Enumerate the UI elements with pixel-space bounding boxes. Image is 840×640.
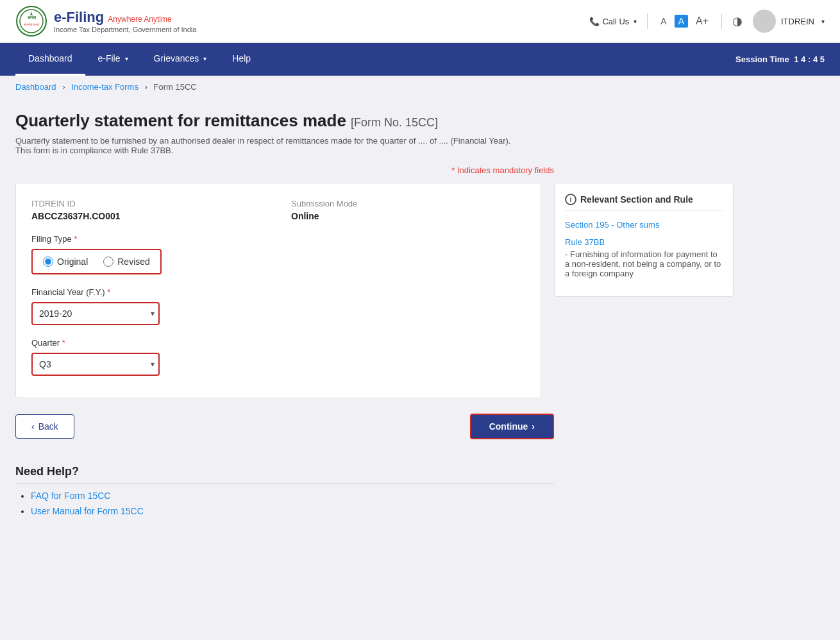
quarter-select[interactable]: Q1 Q2 Q3 Q4	[31, 353, 160, 376]
top-header: भारत सत्यमेव जयते e-Filing Anywhere Anyt…	[0, 0, 840, 43]
font-large-button[interactable]: A+	[693, 14, 711, 28]
nav-item-help[interactable]: Help	[219, 43, 264, 76]
rule-37bb-label: Rule 37BB	[565, 237, 605, 247]
nav-items: Dashboard e-File ▾ Grievances ▾ Help	[15, 43, 264, 76]
session-time: Session Time 1 4 : 4 5	[735, 55, 825, 64]
back-button[interactable]: ‹ Back	[15, 414, 74, 439]
call-us-button[interactable]: 📞 Call Us ▾	[589, 17, 637, 26]
divider-2	[721, 13, 722, 29]
logo-efiling: e-Filing Anywhere Anytime	[54, 9, 196, 26]
rule-37bb-text: - Furnishing of information for payment …	[565, 249, 723, 278]
help-links: FAQ for Form 15CC User Manual for Form 1…	[15, 491, 554, 516]
font-medium-button[interactable]: A	[675, 15, 688, 28]
form-row-1: ITDREIN ID ABCCZ3637H.CO001 Submission M…	[31, 199, 525, 221]
submission-mode-label: Submission Mode	[291, 199, 525, 208]
back-chevron-icon: ‹	[31, 421, 35, 432]
breadcrumb-dashboard[interactable]: Dashboard	[15, 82, 56, 92]
breadcrumb-form15cc: Form 15CC	[154, 82, 197, 92]
filing-type-original[interactable]: Original	[43, 257, 88, 267]
user-name-label: ITDREIN	[781, 17, 814, 26]
breadcrumb-sep-2: ›	[145, 82, 147, 92]
svg-text:सत्यमेव जयते: सत्यमेव जयते	[23, 22, 39, 26]
quarter-required: *	[62, 338, 65, 348]
mandatory-note: * Indicates mandatory fields	[15, 165, 554, 175]
financial-year-section: Financial Year (F.Y.) * 2019-20 2018-19 …	[31, 287, 525, 325]
back-label: Back	[38, 421, 58, 432]
info-box-title-text: Relevant Section and Rule	[580, 194, 693, 205]
action-row: ‹ Back Continue ›	[15, 414, 554, 439]
nav-item-grievances[interactable]: Grievances ▾	[141, 43, 220, 76]
filing-type-revised-radio[interactable]	[103, 257, 113, 267]
user-manual-link[interactable]: User Manual for Form 15CC	[31, 506, 144, 516]
session-time-label: Session Time	[735, 55, 789, 64]
filing-type-group: Original Revised	[31, 249, 162, 274]
user-avatar	[753, 10, 776, 33]
user-dropdown-icon: ▾	[821, 18, 825, 25]
logo-tagline: Anywhere Anytime	[108, 15, 171, 24]
form-area: ITDREIN ID ABCCZ3637H.CO001 Submission M…	[15, 183, 825, 398]
main-content: Quarterly statement for remittances made…	[0, 98, 840, 534]
filing-type-revised[interactable]: Revised	[103, 257, 150, 267]
svg-text:भारत: भारत	[28, 15, 37, 20]
continue-button[interactable]: Continue ›	[470, 414, 554, 439]
filing-type-required: *	[74, 234, 77, 244]
mandatory-text: Indicates mandatory fields	[457, 165, 554, 175]
filing-type-section: Filing Type * Original Revised	[31, 234, 525, 287]
emblem-icon: भारत सत्यमेव जयते	[15, 5, 47, 37]
filing-type-revised-label: Revised	[117, 257, 150, 267]
financial-year-required: *	[107, 287, 110, 297]
quarter-label-text: Quarter	[31, 338, 60, 348]
quarter-label: Quarter *	[31, 338, 525, 348]
itdrein-value: ABCCZ3637H.CO001	[31, 211, 265, 221]
breadcrumb-income-tax-forms[interactable]: Income-tax Forms	[71, 82, 139, 92]
page-title: Quarterly statement for remittances made…	[15, 111, 825, 131]
form-card: ITDREIN ID ABCCZ3637H.CO001 Submission M…	[15, 183, 541, 398]
user-area[interactable]: ITDREIN ▾	[753, 10, 825, 33]
logo-subtitle: Income Tax Department, Government of Ind…	[54, 26, 196, 33]
logo-area: भारत सत्यमेव जयते e-Filing Anywhere Anyt…	[15, 5, 196, 37]
section-195-link[interactable]: Section 195 - Other sums	[565, 220, 723, 230]
rule-37bb-link[interactable]: Rule 37BB	[565, 237, 723, 247]
info-box: i Relevant Section and Rule Section 195 …	[554, 183, 734, 297]
font-controls: A A A+	[658, 14, 711, 28]
logo-text: e-Filing Anywhere Anytime Income Tax Dep…	[54, 9, 196, 33]
session-time-value: 1 4 : 4 5	[792, 55, 825, 64]
font-small-button[interactable]: A	[658, 15, 669, 28]
submission-mode-field: Submission Mode Online	[291, 199, 525, 221]
divider-1	[647, 13, 648, 29]
nav-bar: Dashboard e-File ▾ Grievances ▾ Help Ses…	[0, 43, 840, 76]
form-number: [Form No. 15CC]	[351, 116, 438, 129]
call-us-dropdown-icon: ▾	[634, 18, 637, 25]
info-box-title: i Relevant Section and Rule	[565, 194, 723, 211]
quarter-section: Quarter * Q1 Q2 Q3 Q4 ▾	[31, 338, 525, 376]
svg-point-0	[17, 6, 46, 36]
itdrein-label: ITDREIN ID	[31, 199, 265, 208]
filing-type-original-radio[interactable]	[43, 257, 53, 267]
info-icon: i	[565, 194, 576, 205]
financial-year-select[interactable]: 2019-20 2018-19 2017-18 2016-17	[31, 302, 160, 325]
itdrein-field: ITDREIN ID ABCCZ3637H.CO001	[31, 199, 265, 221]
nav-item-efile[interactable]: e-File ▾	[85, 43, 141, 76]
help-title: Need Help?	[15, 465, 554, 484]
continue-label: Continue	[489, 421, 528, 432]
section-195-label: Section 195	[565, 220, 609, 230]
financial-year-wrapper: 2019-20 2018-19 2017-18 2016-17 ▾	[31, 302, 160, 325]
filing-type-label: Filing Type *	[31, 234, 525, 244]
mandatory-asterisk: *	[451, 165, 455, 175]
nav-item-dashboard[interactable]: Dashboard	[15, 43, 85, 76]
section-195-text: - Other sums	[611, 220, 659, 230]
faq-link[interactable]: FAQ for Form 15CC	[31, 491, 110, 501]
quarter-wrapper: Q1 Q2 Q3 Q4 ▾	[31, 353, 160, 376]
page-description: Quarterly statement to be furnished by a…	[15, 136, 516, 155]
breadcrumb: Dashboard › Income-tax Forms › Form 15CC	[0, 76, 840, 98]
submission-mode-value: Online	[291, 211, 525, 221]
help-section: Need Help? FAQ for Form 15CC User Manual…	[15, 465, 554, 516]
financial-year-label-text: Financial Year (F.Y.)	[31, 287, 105, 297]
continue-chevron-icon: ›	[532, 421, 535, 432]
filing-type-label-text: Filing Type	[31, 234, 72, 244]
breadcrumb-sep-1: ›	[62, 82, 65, 92]
page-title-text: Quarterly statement for remittances made	[15, 111, 346, 130]
call-us-label: Call Us	[602, 17, 629, 26]
contrast-button[interactable]: ◑	[732, 14, 743, 28]
grievances-dropdown-icon: ▾	[203, 55, 206, 62]
